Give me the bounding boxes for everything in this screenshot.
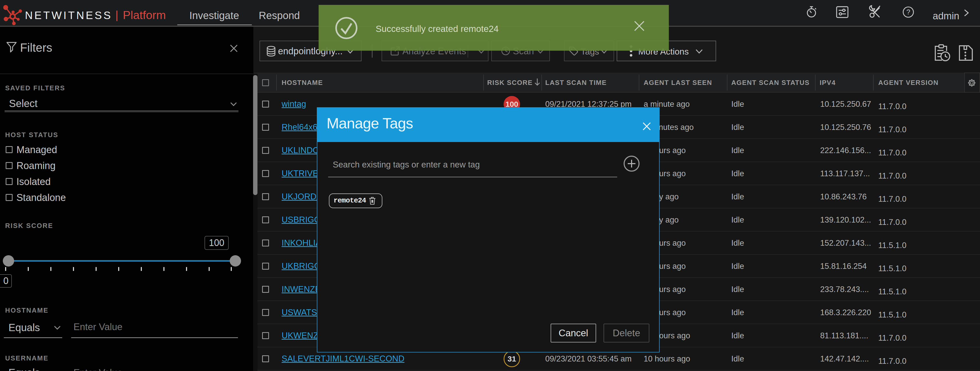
svg-text:?: ? xyxy=(906,8,910,16)
